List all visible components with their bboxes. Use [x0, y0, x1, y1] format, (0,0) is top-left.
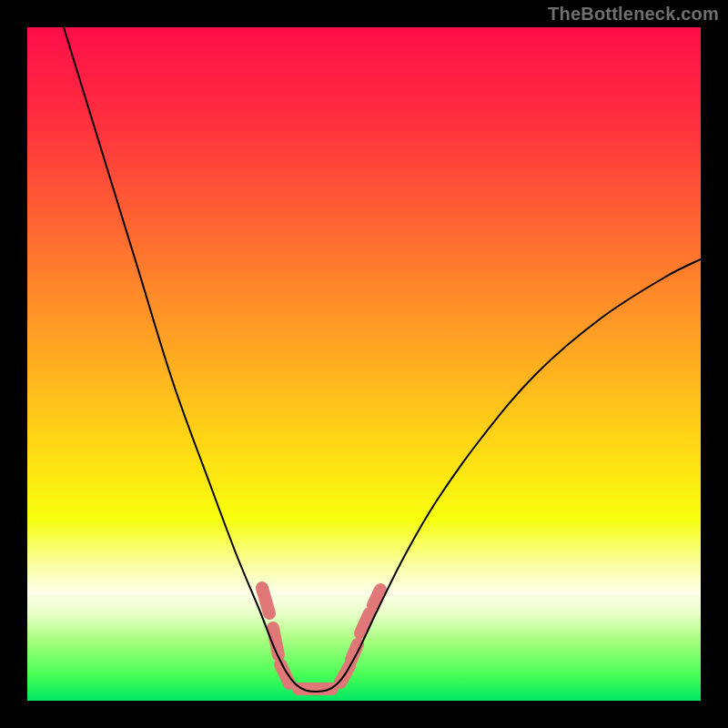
highlight-segments — [262, 588, 380, 689]
plot-area — [27, 27, 701, 701]
svg-line-1 — [262, 588, 269, 613]
svg-line-8 — [373, 590, 380, 605]
outer-frame: TheBottleneck.com — [0, 0, 728, 728]
curve-layer — [27, 27, 701, 701]
watermark-text: TheBottleneck.com — [548, 4, 719, 25]
